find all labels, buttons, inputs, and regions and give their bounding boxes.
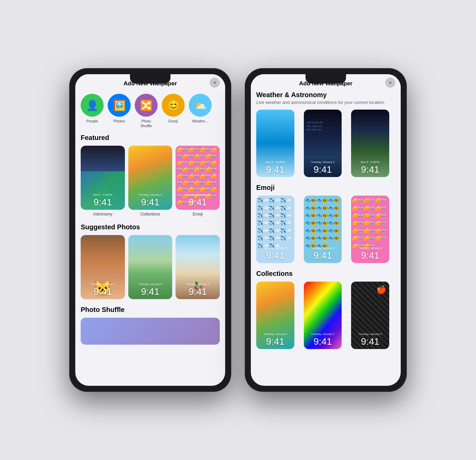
weather-icon-circle: ⛅ (189, 94, 212, 117)
suggested-card-cat[interactable]: 🐱 Tuesday, January 9 9:41 (81, 235, 125, 299)
phone-notch-left (130, 74, 170, 84)
emoji-icon-circle: 😊 (162, 94, 185, 117)
emoji-label: Emoji (168, 119, 178, 123)
emoji-card-planes[interactable]: ✈️☁️✈️☁️✈️☁️✈️☁️✈️☁️✈️☁️✈️☁️✈️☁️✈️☁️✈️☁️… (256, 196, 300, 263)
suggested-card-field[interactable]: Tuesday, January 9 9:41 (128, 235, 173, 299)
suggested-card-castle[interactable]: 🦆 Tuesday, January 9 9:41 (176, 235, 220, 299)
photo-shuffle-title: Photo Shuffle (81, 306, 220, 314)
modal-scroll-right[interactable]: Weather & Astronomy Live weather and ast… (251, 91, 401, 363)
weather-card-dark[interactable]: CUP 10:46 -3%TOK 4:46 +15...BYD 8:02 +22… (304, 110, 348, 177)
icon-photo-shuffle[interactable]: 🔀 PhotoShuffle (135, 94, 158, 128)
suggested-title: Suggested Photos (81, 223, 220, 231)
people-label: People (86, 119, 98, 123)
weather-grid: Mon 6 8:28PM 9:41 CUP 10:46 -3%TOK 4:46 … (256, 110, 395, 177)
close-button-left[interactable]: × (210, 78, 220, 88)
phone-screen-left: Add New Wallpaper × 👤 People 🖼️ Photos (75, 74, 225, 386)
collections-card-dark[interactable]: 🍎 Tuesday, January 9 9:41 (351, 282, 395, 349)
collections-card-gradient[interactable]: Tuesday, January 9 9:41 (256, 282, 300, 349)
photos-label: Photos (113, 119, 125, 123)
emoji-section-title: Emoji (256, 184, 395, 192)
wallpaper-type-row: 👤 People 🖼️ Photos 🔀 PhotoShuffle 😊 Emoj… (75, 91, 225, 134)
weather-subtitle: Live weather and astronomical conditions… (256, 99, 395, 106)
weather-astronomy-section: Weather & Astronomy Live weather and ast… (251, 91, 401, 184)
icon-photos[interactable]: 🖼️ Photos (108, 94, 131, 128)
emoji-card-cheese[interactable]: 🧀🐭🧀🐭🧀🐭🧀🐭🧀🐭🧀🐭🧀🐭🧀🐭🧀🐭🧀🐭🧀🐭🧀🐭🧀🐭🧀🐭🧀🐭🧀🐭🧀🐭🧀🐭🧀🐭🧀🐭… (351, 196, 395, 263)
emoji-grid-right: ✈️☁️✈️☁️✈️☁️✈️☁️✈️☁️✈️☁️✈️☁️✈️☁️✈️☁️✈️☁️… (256, 196, 395, 263)
weather-title: Weather & Astronomy (256, 91, 395, 99)
phone-left: Add New Wallpaper × 👤 People 🖼️ Photos (69, 68, 231, 392)
weather-label: Weathe... (192, 119, 208, 123)
suggested-section: Suggested Photos 🐱 Tuesday, January 9 9:… (75, 223, 225, 306)
photos-icon-circle: 🖼️ (108, 94, 131, 117)
people-icon-circle: 👤 (81, 94, 104, 117)
phone-notch-right (306, 74, 346, 84)
collections-card-pride[interactable]: Tuesday, January 9 9:41 (304, 282, 348, 349)
suggested-grid: 🐱 Tuesday, January 9 9:41 Tuesday, Janua… (81, 235, 220, 299)
phone-right: Add New Wallpaper × Weather & Astronomy … (245, 68, 407, 392)
featured-card-collections[interactable]: Tuesday, January 9 9:41 Collections (128, 146, 173, 217)
icon-people[interactable]: 👤 People (81, 94, 104, 128)
photo-shuffle-label: PhotoShuffle (140, 119, 152, 128)
collections-title: Collections (256, 270, 395, 278)
weather-card-earth[interactable]: Mon 6 8:28PM 9:41 (351, 110, 395, 177)
photo-shuffle-section: Photo Shuffle (75, 306, 225, 351)
featured-grid: Mon 6 8:28PM 9:41 Astronomy Tuesday, Jan… (81, 146, 220, 217)
icon-emoji[interactable]: 😊 Emoji (162, 94, 185, 128)
collections-card-label: Collections (128, 212, 173, 217)
astronomy-card-label: Astronomy (81, 212, 125, 217)
phone-screen-right: Add New Wallpaper × Weather & Astronomy … (251, 74, 401, 386)
emoji-card-label: Emoji (176, 212, 220, 217)
modal-scroll-left[interactable]: 👤 People 🖼️ Photos 🔀 PhotoShuffle 😊 Emoj… (75, 91, 225, 358)
emoji-card-fish[interactable]: 🐟🐠🐟🐠🐟🐠🐟🐠🐟🐠🐟🐠🐟🐠🐟🐠🐟🐠🐟🐠🐟🐠🐟🐠🐟🐠🐟🐠🐟🐠🐟🐠🐟🐠🐟🐠🐟🐠🐟🐠… (304, 196, 348, 263)
featured-card-emoji[interactable]: 🧀🐭🧀🐭🧀🐭🧀🐭🧀🐭🧀🐭🧀🐭🧀🐭🧀🐭🧀🐭🧀🐭🧀🐭🧀🐭🧀🐭🧀🐭🧀🐭🧀🐭🧀🐭🧀🐭🧀🐭… (176, 146, 220, 217)
modal-sheet-left: Add New Wallpaper × 👤 People 🖼️ Photos (75, 74, 225, 358)
featured-card-astronomy[interactable]: Mon 6 8:28PM 9:41 Astronomy (81, 146, 125, 217)
modal-sheet-right: Add New Wallpaper × Weather & Astronomy … (251, 74, 401, 363)
icon-weather[interactable]: ⛅ Weathe... (189, 94, 212, 128)
photo-shuffle-icon-circle: 🔀 (135, 94, 158, 117)
emoji-section-right: Emoji ✈️☁️✈️☁️✈️☁️✈️☁️✈️☁️✈️☁️✈️☁️✈️☁️✈️… (251, 184, 401, 270)
featured-section: Featured Mon 6 8:28PM 9:41 (75, 134, 225, 223)
weather-card-blue[interactable]: Mon 6 8:28PM 9:41 (256, 110, 300, 177)
close-button-right[interactable]: × (385, 78, 395, 88)
collections-grid: Tuesday, January 9 9:41 Tuesday, January… (256, 282, 395, 349)
featured-title: Featured (81, 134, 220, 142)
collections-section: Collections Tuesday, January 9 9:41 Tu (251, 270, 401, 356)
